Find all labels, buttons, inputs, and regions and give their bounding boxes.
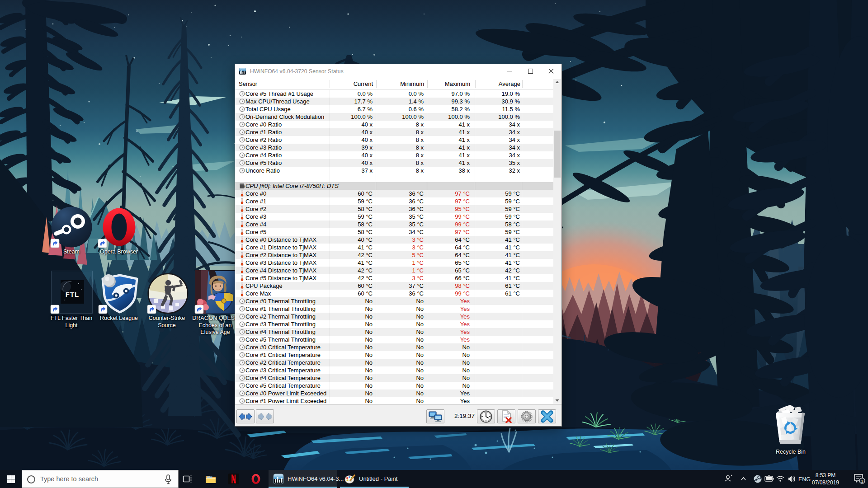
svg-text:1: 1 xyxy=(861,479,863,483)
